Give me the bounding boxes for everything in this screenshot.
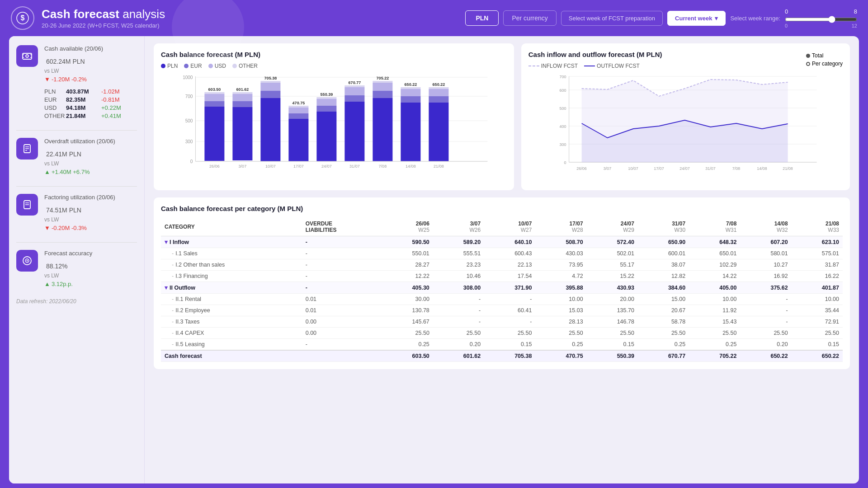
svg-rect-55 bbox=[344, 95, 364, 102]
row-value: 58.78 bbox=[638, 316, 689, 328]
row-value: 650.22 bbox=[740, 350, 791, 362]
row-value: 575.01 bbox=[792, 248, 843, 259]
kpi-overdraft-value: 22.41MPLN bbox=[44, 145, 115, 160]
row-value: 28.27 bbox=[382, 259, 433, 271]
svg-point-3 bbox=[26, 55, 28, 57]
row-value: - bbox=[740, 305, 791, 316]
svg-text:300: 300 bbox=[559, 142, 566, 147]
svg-point-13 bbox=[27, 260, 28, 262]
row-value: 12.22 bbox=[382, 271, 433, 282]
collapse-icon[interactable]: - bbox=[172, 319, 174, 325]
row-value: - bbox=[484, 294, 535, 305]
row-category-name: -II.5 Leasing bbox=[161, 339, 302, 351]
row-category-name: ▾II Outflow bbox=[161, 282, 302, 294]
row-value: 25.50 bbox=[587, 328, 638, 339]
select-week-button[interactable]: Select week of FCST preparation bbox=[561, 11, 663, 26]
row-category-name: ▾I Inflow bbox=[161, 236, 302, 248]
kpi-accuracy-label: Forecast accuracy bbox=[44, 250, 92, 257]
col-7-08: 7/08W31 bbox=[689, 218, 740, 236]
kpi-cash-label: Cash available (20/06) bbox=[44, 45, 103, 52]
svg-rect-57 bbox=[344, 85, 364, 87]
row-value: 25.50 bbox=[792, 328, 843, 339]
col-overdue: OVERDUELIABILITIES bbox=[302, 218, 382, 236]
pln-button[interactable]: PLN bbox=[465, 10, 499, 26]
inflow-chart-panel: Cash inflow and outflow forecast (M PLN)… bbox=[521, 43, 850, 190]
svg-text:670.77: 670.77 bbox=[349, 80, 361, 85]
collapse-icon[interactable]: - bbox=[172, 330, 174, 336]
svg-text:26/06: 26/06 bbox=[576, 166, 587, 171]
collapse-icon[interactable]: - bbox=[172, 273, 174, 279]
svg-rect-43 bbox=[288, 113, 308, 119]
row-value: 10.00 bbox=[689, 294, 740, 305]
row-category-name: -I.1 Sales bbox=[161, 248, 302, 259]
table-row: Cash forecast603.50601.62705.38470.75550… bbox=[161, 350, 843, 362]
row-value: 650.22 bbox=[792, 350, 843, 362]
svg-text:21/08: 21/08 bbox=[783, 166, 793, 171]
charts-row: Cash balance forecast (M PLN) PLN EUR US… bbox=[154, 43, 850, 190]
svg-rect-30 bbox=[232, 107, 252, 160]
sidebar: Cash available (20/06) 602.24MPLN vs LW … bbox=[9, 36, 145, 483]
main-content: Cash balance forecast (M PLN) PLN EUR US… bbox=[145, 36, 859, 483]
kpi-overdraft-change: +1.40M +6.7% bbox=[44, 169, 115, 175]
currency-breakdown: PLN 403.87M -1.02M EUR 82.35M -0.81M USD… bbox=[44, 88, 137, 119]
app-title: Cash forecast analysis 20-26 June 2022 (… bbox=[42, 7, 165, 29]
svg-rect-72 bbox=[429, 103, 448, 161]
row-value: 0.25 bbox=[638, 339, 689, 351]
row-value: 25.50 bbox=[638, 328, 689, 339]
svg-rect-26 bbox=[204, 94, 224, 101]
row-value: 670.77 bbox=[638, 350, 689, 362]
category-table: CATEGORY OVERDUELIABILITIES 26/06W25 3/0… bbox=[161, 218, 843, 362]
chevron-down-icon: ▾ bbox=[715, 15, 718, 22]
week-range-slider[interactable]: 0 8 0 12 bbox=[785, 8, 857, 28]
svg-text:705.38: 705.38 bbox=[264, 76, 277, 80]
svg-rect-45 bbox=[288, 106, 308, 108]
row-value: 590.50 bbox=[382, 236, 433, 248]
row-value: 650.01 bbox=[689, 248, 740, 259]
svg-rect-63 bbox=[373, 81, 392, 83]
col-10-07: 10/07W27 bbox=[484, 218, 535, 236]
table-row: -I.1 Sales-550.01555.51600.43430.03502.0… bbox=[161, 248, 843, 259]
svg-rect-73 bbox=[429, 96, 448, 103]
svg-text:650.22: 650.22 bbox=[433, 82, 445, 87]
row-value: 0.25 bbox=[689, 339, 740, 351]
collapse-icon[interactable]: - bbox=[172, 250, 174, 257]
table-row: -II.2 Employee0.01130.78-60.4115.03135.7… bbox=[161, 305, 843, 316]
kpi-cash-change: -1.20M -0.2% bbox=[44, 76, 103, 83]
kpi-accuracy-vs: vs LW bbox=[44, 272, 92, 279]
collapse-icon[interactable]: - bbox=[172, 262, 174, 268]
svg-rect-39 bbox=[260, 81, 280, 83]
row-value: 25.50 bbox=[484, 328, 535, 339]
collapse-icon[interactable]: - bbox=[172, 307, 174, 314]
svg-text:3/07: 3/07 bbox=[239, 164, 247, 169]
overdraft-icon bbox=[16, 138, 38, 160]
row-value: 25.50 bbox=[535, 328, 586, 339]
col-24-07: 24/07W29 bbox=[587, 218, 638, 236]
row-overdue: - bbox=[302, 271, 382, 282]
svg-text:10/07: 10/07 bbox=[628, 166, 638, 171]
svg-text:700: 700 bbox=[559, 75, 566, 79]
range-slider-input[interactable] bbox=[785, 16, 857, 23]
current-week-button[interactable]: Current week ▾ bbox=[667, 11, 726, 26]
svg-text:705.22: 705.22 bbox=[377, 76, 389, 80]
svg-rect-51 bbox=[316, 97, 336, 99]
row-value: 648.32 bbox=[689, 236, 740, 248]
row-value: 130.78 bbox=[382, 305, 433, 316]
row-overdue: - bbox=[302, 282, 382, 294]
row-value: - bbox=[433, 316, 484, 328]
row-value: 72.91 bbox=[792, 316, 843, 328]
svg-text:470.75: 470.75 bbox=[292, 101, 305, 105]
expand-icon[interactable]: ▾ bbox=[165, 285, 168, 291]
row-overdue: - bbox=[302, 248, 382, 259]
table-row: -I.3 Financing-12.2210.4617.544.7215.221… bbox=[161, 271, 843, 282]
row-value: 20.67 bbox=[638, 305, 689, 316]
per-currency-button[interactable]: Per currency bbox=[503, 10, 556, 26]
collapse-icon[interactable]: - bbox=[172, 341, 174, 347]
expand-icon[interactable]: ▾ bbox=[165, 239, 168, 245]
row-value: 0.15 bbox=[484, 339, 535, 351]
collapse-icon[interactable]: - bbox=[172, 296, 174, 302]
svg-text:10/07: 10/07 bbox=[265, 164, 276, 169]
col-category: CATEGORY bbox=[161, 218, 302, 236]
svg-rect-61 bbox=[373, 91, 392, 98]
inflow-chart-title: Cash inflow and outflow forecast (M PLN) bbox=[528, 51, 662, 58]
row-overdue bbox=[302, 350, 382, 362]
